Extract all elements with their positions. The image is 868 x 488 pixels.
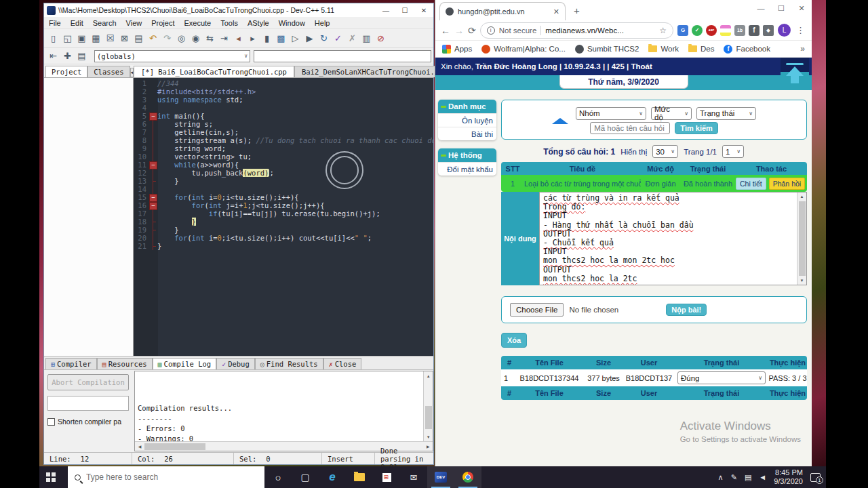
menu-item[interactable]: AStyle bbox=[243, 19, 274, 27]
syntax-check-icon[interactable]: ✓ bbox=[331, 31, 345, 45]
code-line[interactable]: 16 for(int j=i+1;j<tu.size();j++){ bbox=[134, 201, 433, 209]
globals-combobox[interactable]: (globals)∨ bbox=[94, 50, 250, 62]
redo-icon[interactable]: ↷ bbox=[160, 31, 174, 45]
shorten-paths-checkbox[interactable]: Shorten compiler pa bbox=[47, 418, 130, 426]
tab-compile-log[interactable]: ▥Compile Log bbox=[153, 358, 217, 369]
menu-item[interactable]: File bbox=[44, 19, 66, 27]
code-line[interactable]: 18 } bbox=[134, 218, 433, 226]
profile-icon[interactable]: ▥ bbox=[359, 31, 374, 45]
taskbar-search[interactable] bbox=[68, 466, 264, 488]
forward-icon[interactable]: → bbox=[454, 25, 464, 36]
fold-marker[interactable] bbox=[149, 79, 157, 87]
page-size-select[interactable]: 30∨ bbox=[652, 145, 678, 158]
open-icon[interactable]: ◱ bbox=[60, 31, 75, 45]
browser-tab[interactable]: hungdn@ptit.edu.vn ✕ bbox=[439, 2, 566, 20]
fold-marker[interactable] bbox=[149, 242, 157, 250]
scrollbar-thumb[interactable] bbox=[799, 201, 806, 276]
scroll-top-button[interactable] bbox=[781, 58, 809, 89]
scroll-up-icon[interactable]: ▲ bbox=[800, 192, 804, 201]
back-icon[interactable]: ← bbox=[441, 25, 450, 36]
tab-classes[interactable]: Classes bbox=[87, 66, 130, 77]
close-file-icon[interactable]: ☒ bbox=[103, 31, 117, 45]
fold-marker[interactable] bbox=[149, 226, 157, 234]
puzzle-icon[interactable] bbox=[763, 25, 774, 36]
code-line[interactable]: 5 int main(){ bbox=[134, 112, 433, 120]
back-icon[interactable]: ◂ bbox=[231, 31, 245, 45]
code-line[interactable]: 12 tu.push_back(word); bbox=[134, 169, 433, 177]
editor-tab-bai2[interactable]: Bai2_DemSoLanXHCacTuTrongChuoi.cpp bbox=[294, 66, 455, 77]
checkbox-icon[interactable] bbox=[47, 418, 55, 426]
close-icon[interactable]: ✕ bbox=[414, 4, 433, 16]
translate-icon[interactable] bbox=[677, 25, 688, 36]
stop-icon[interactable]: ▮ bbox=[260, 31, 274, 45]
code-line[interactable]: 10 vector<string> tu; bbox=[134, 152, 433, 161]
devcpp-titlebar[interactable]: \\Mac\Home\Desktop\THCS2\Chuoi\Bai6_Loai… bbox=[44, 3, 433, 17]
add-bookmark-icon[interactable]: ✚ bbox=[60, 49, 75, 63]
code-line[interactable]: 9 string word; bbox=[134, 144, 433, 152]
fold-marker[interactable] bbox=[149, 87, 157, 96]
scroll-down-icon[interactable]: ▼ bbox=[427, 432, 431, 441]
code-line[interactable]: 8 stringstream a(s); //Tu dong tach chuo… bbox=[134, 136, 433, 144]
fold-marker[interactable] bbox=[149, 218, 157, 226]
new-tab-icon[interactable]: + bbox=[566, 5, 588, 16]
fold-marker[interactable] bbox=[149, 112, 157, 120]
code-line[interactable]: 11 while(a>>word){ bbox=[134, 161, 433, 169]
bookmarks-overflow-icon[interactable]: » bbox=[800, 44, 805, 54]
scroll-up-icon[interactable]: ▲ bbox=[427, 371, 431, 380]
profiling-delete-icon[interactable]: ⊘ bbox=[374, 31, 388, 45]
fold-marker[interactable] bbox=[149, 128, 157, 136]
menu-item[interactable]: Search bbox=[88, 19, 121, 27]
bookmark-item[interactable]: Des bbox=[688, 45, 714, 53]
profile-avatar[interactable]: L bbox=[778, 24, 791, 37]
scroll-left-icon[interactable]: ◀ bbox=[135, 444, 144, 449]
forward-icon[interactable]: ▸ bbox=[245, 31, 260, 45]
fold-marker[interactable] bbox=[149, 234, 157, 242]
status-select[interactable]: Trạng thái∨ bbox=[696, 107, 756, 120]
network-icon[interactable]: ▤ bbox=[745, 473, 751, 482]
reload-icon[interactable]: ⟳ bbox=[468, 25, 476, 36]
menu-item[interactable]: View bbox=[121, 19, 147, 27]
rebuild-icon[interactable]: ↻ bbox=[317, 31, 331, 45]
bookmark-item[interactable]: Sumbit THCS2 bbox=[575, 45, 639, 54]
search-button[interactable]: Tìm kiếm bbox=[675, 122, 718, 134]
chevron-up-icon[interactable]: ∧ bbox=[718, 473, 724, 482]
code-line[interactable]: 15 for(int i=0;i<tu.size();i++){ bbox=[134, 193, 433, 201]
tab-close-icon[interactable]: ✕ bbox=[553, 7, 559, 16]
bookmark-item[interactable]: Work bbox=[648, 45, 679, 53]
menu-item[interactable]: Window bbox=[274, 19, 310, 27]
menu-item[interactable]: Project bbox=[146, 19, 179, 27]
find-in-files-icon[interactable]: ◉ bbox=[189, 31, 203, 45]
minimize-icon[interactable]: — bbox=[751, 0, 771, 16]
taskbar-search-input[interactable] bbox=[86, 472, 258, 482]
info-icon[interactable]: i bbox=[487, 26, 495, 35]
abort-compilation-button[interactable]: Abort Compilation bbox=[47, 374, 129, 390]
tab-close[interactable]: ✗Close bbox=[323, 358, 362, 369]
code-line[interactable]: 13 } bbox=[134, 177, 433, 185]
result-status-select[interactable]: Đúng∨ bbox=[677, 371, 766, 384]
goto-line-icon[interactable]: ⇥ bbox=[217, 31, 231, 45]
scroll-down-icon[interactable]: ▼ bbox=[800, 277, 804, 285]
content-scrollbar[interactable]: ▲ ▼ bbox=[797, 192, 806, 285]
maximize-icon[interactable]: ☐ bbox=[771, 0, 791, 16]
save-icon[interactable]: ▣ bbox=[75, 31, 89, 45]
editor-tab-bai6[interactable]: [*] Bai6_LoaiBoCacTuTrongChuoi.cpp bbox=[134, 66, 294, 77]
fold-marker[interactable] bbox=[149, 120, 157, 128]
fold-marker[interactable] bbox=[149, 161, 157, 169]
scrollbar-thumb[interactable] bbox=[425, 406, 432, 429]
menu-item[interactable]: Help bbox=[310, 19, 335, 27]
delete-button[interactable]: Xóa bbox=[501, 333, 527, 348]
menu-item[interactable]: Execute bbox=[179, 19, 216, 27]
fold-marker[interactable] bbox=[149, 209, 157, 218]
volume-icon[interactable]: ◄ bbox=[759, 473, 766, 481]
code-line[interactable]: 1 //344 bbox=[134, 79, 433, 87]
bookmark-item[interactable]: Facebook bbox=[724, 45, 770, 54]
members-combobox[interactable] bbox=[254, 50, 431, 62]
sidebar-item-onluyen[interactable]: Ôn luyện bbox=[438, 113, 496, 127]
fold-marker[interactable] bbox=[149, 169, 157, 177]
log-vertical-scrollbar[interactable]: ▲ ▼ bbox=[423, 371, 433, 441]
code-line[interactable]: 17 if(tu[i]==tu[j]) tu.erase(tu.begin()+… bbox=[134, 209, 433, 218]
tab-project[interactable]: Project bbox=[45, 66, 87, 77]
pen-icon[interactable]: ✎ bbox=[731, 473, 737, 482]
jump-back-icon[interactable]: ⇤ bbox=[46, 49, 60, 63]
onetab-icon[interactable] bbox=[734, 25, 745, 36]
